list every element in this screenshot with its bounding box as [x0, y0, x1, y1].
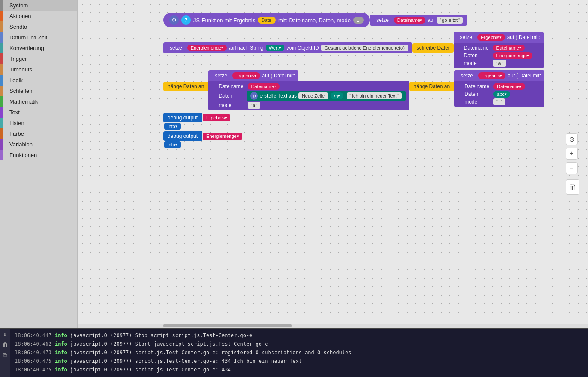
zoom-controls: ⊙ + − 🗑	[566, 133, 579, 195]
mit-text: mit:	[533, 73, 541, 79]
dropdown-pill[interactable]: Energiemenge ▾	[187, 45, 227, 51]
dropdown-pill[interactable]: Dateiname ▾	[493, 83, 525, 90]
dropdown-pill[interactable]: \n ▾	[331, 92, 343, 99]
zoom-reset-button[interactable]: ⊙	[566, 133, 578, 145]
sidebar-item-logik[interactable]: Logik	[0, 75, 77, 86]
neue-zeile-value: Neue Zeile	[298, 92, 328, 99]
log-content: javascript.0 (20977) Stop script script.…	[70, 332, 252, 338]
debug-block-1: debug outputErgebnis ▾info ▾	[163, 113, 588, 130]
dropdown-pill[interactable]: Dateiname ▾	[493, 45, 525, 51]
dropdown-pill[interactable]: Wert ▾	[266, 45, 284, 51]
erstelle-gear-icon[interactable]: ⚙	[250, 92, 258, 100]
sidebar-item-funktionen[interactable]: Funktionen	[0, 150, 77, 160]
sidebar-item-konvert[interactable]: Konvertierung	[0, 43, 77, 53]
dropdown-pill[interactable]: Ergebnis ▾	[477, 34, 505, 41]
log-download-icon[interactable]: ⬇	[3, 331, 6, 338]
keyword-block: setze	[458, 33, 475, 42]
gear-icon[interactable]: ⚙	[169, 15, 179, 25]
sidebar-item-mathematik[interactable]: Mathematik	[0, 96, 77, 107]
log-time: 18:06:40.475	[15, 367, 52, 373]
log-panel: ⬇ 🗑 ⧉ 18:06:40.447 info javascript.0 (20…	[0, 328, 588, 377]
mode-row: mode"w"	[464, 60, 541, 67]
sidebar-item-schleifen[interactable]: Schleifen	[0, 86, 77, 96]
sidebar-item-datum[interactable]: Datum und Zeit	[0, 32, 77, 43]
dropdown-pill[interactable]: Ergebnis ▾	[203, 114, 230, 121]
sidebar-item-timeouts[interactable]: Timeouts	[0, 64, 77, 75]
log-level: info	[55, 358, 67, 364]
log-level: info	[55, 350, 67, 356]
mode-label: mode	[464, 99, 490, 105]
dropdown-pill[interactable]: Dateiname ▾	[394, 17, 425, 24]
compound-header: setzeErgebnis ▾auf(Dateimit:	[454, 70, 544, 81]
log-content: javascript.0 (20977) script.js.Test-Cent…	[70, 358, 302, 364]
object-id-value: Gesamt geladene Energiemenge (eto)	[321, 45, 408, 51]
log-clear-icon[interactable]: 🗑	[2, 341, 8, 348]
sidebar-item-text[interactable]: Text	[0, 107, 77, 118]
daten-label: Daten	[219, 93, 244, 99]
dropdown-pill[interactable]: Ergebnis ▾	[478, 72, 505, 79]
dateiname-row: DateinameDateiname ▾	[219, 83, 405, 90]
debug-row-bottom-1: info ▾	[163, 123, 588, 130]
sidebar-item-aktionen[interactable]: Aktionen	[0, 11, 77, 21]
dropdown-pill[interactable]: Energiemenge ▾	[203, 133, 242, 140]
sidebar-item-listen[interactable]: Listen	[0, 118, 77, 128]
sidebar-item-system[interactable]: System	[0, 0, 77, 11]
mit-text: mit:	[532, 34, 540, 40]
daten-label: Daten	[464, 53, 490, 59]
dropdown-pill[interactable]: Ergebnis ▾	[232, 72, 260, 79]
keyword-block: setze	[374, 16, 391, 24]
compound-header: setzeErgebnis ▾auf(Dateimit:	[208, 70, 298, 81]
dots-pill[interactable]: ...	[353, 17, 364, 24]
canvas[interactable]: ⚙ ? JS-Funktion mit Ergebnis Datei mit: …	[78, 0, 588, 328]
sidebar-item-trigger[interactable]: Trigger	[0, 53, 77, 64]
sidebar-item-variablen[interactable]: Variablen	[0, 139, 77, 150]
compound-body: DateinameDateiname ▾Datenabc ▾mode"r"	[454, 81, 544, 107]
zoom-out-button[interactable]: −	[566, 162, 578, 174]
debug-row-top-2: debug outputEnergiemenge ▾	[163, 131, 588, 141]
keyword-block: setze	[458, 71, 476, 80]
auf-text: auf	[507, 34, 514, 40]
log-content: javascript.0 (20977) script.js.Test-Cent…	[70, 350, 351, 356]
log-time: 18:06:40.473	[15, 350, 52, 356]
trash-button[interactable]: 🗑	[566, 179, 579, 195]
haenge-daten-an-block-1: hänge Daten an	[163, 82, 208, 91]
horizontal-scrollbar[interactable]	[78, 324, 588, 328]
dropdown-pill[interactable]: info ▾	[164, 141, 181, 148]
zoom-in-button[interactable]: +	[566, 148, 578, 160]
auf-text: auf	[229, 45, 236, 51]
dateiname-row: DateinameDateiname ▾	[464, 83, 541, 90]
log-level: info	[55, 332, 67, 338]
js-function-header: ⚙ ? JS-Funktion mit Ergebnis Datei mit: …	[163, 13, 370, 27]
log-time: 18:06:40.462	[15, 341, 52, 347]
compound-body: DateinameDateiname ▾Daten⚙erstelle Text …	[208, 81, 409, 110]
log-line: 18:06:40.473 info javascript.0 (20977) s…	[15, 348, 585, 357]
js-params: mit: Dateiname, Daten, mode	[278, 17, 351, 24]
log-content: javascript.0 (20977) script.js.Test-Cent…	[70, 367, 231, 373]
dropdown-pill[interactable]: info ▾	[164, 123, 181, 130]
dropdown-pill[interactable]: Energiemenge ▾	[493, 52, 533, 59]
compound-header: setzeErgebnis ▾auf(Dateimit:	[454, 32, 544, 43]
daten-row: Daten⚙erstelle Text ausNeue Zeile\n ▾"Ic…	[219, 91, 405, 101]
purple-row-block: setzeEnergiemenge ▾aufnach StringWert ▾v…	[163, 42, 412, 53]
debug-output-label-1: debug output	[163, 113, 202, 122]
erstelle-text-label: erstelle Text aus	[260, 93, 297, 99]
datei-text: Datei	[520, 73, 532, 79]
log-line: 18:06:40.462 info javascript.0 (20977) S…	[15, 340, 585, 348]
daten-row: DatenEnergiemenge ▾	[464, 52, 541, 59]
file-pill: Datei	[258, 17, 276, 24]
log-time: 18:06:40.447	[15, 332, 52, 338]
debug-row-top-1: debug outputErgebnis ▾	[163, 113, 588, 122]
log-copy-icon[interactable]: ⧉	[3, 352, 7, 359]
sidebar-item-sendto[interactable]: Sendto	[0, 21, 77, 32]
dropdown-pill[interactable]: abc ▾	[493, 91, 510, 98]
dateiname-label: Dateiname	[464, 45, 490, 51]
compound-body: DateinameDateiname ▾DatenEnergiemenge ▾m…	[454, 43, 544, 68]
quoted-value: "go-e.txt"	[437, 17, 463, 24]
compound-setze-block: setzeErgebnis ▾auf(Dateimit:DateinameDat…	[454, 32, 544, 68]
help-icon[interactable]: ?	[181, 15, 191, 25]
datei-text: Datei	[519, 34, 531, 40]
paren: (	[515, 34, 517, 41]
sidebar-item-farbe[interactable]: Farbe	[0, 128, 77, 139]
dropdown-pill[interactable]: Dateiname ▾	[248, 83, 279, 90]
debug-output-label-2: debug output	[163, 131, 202, 141]
